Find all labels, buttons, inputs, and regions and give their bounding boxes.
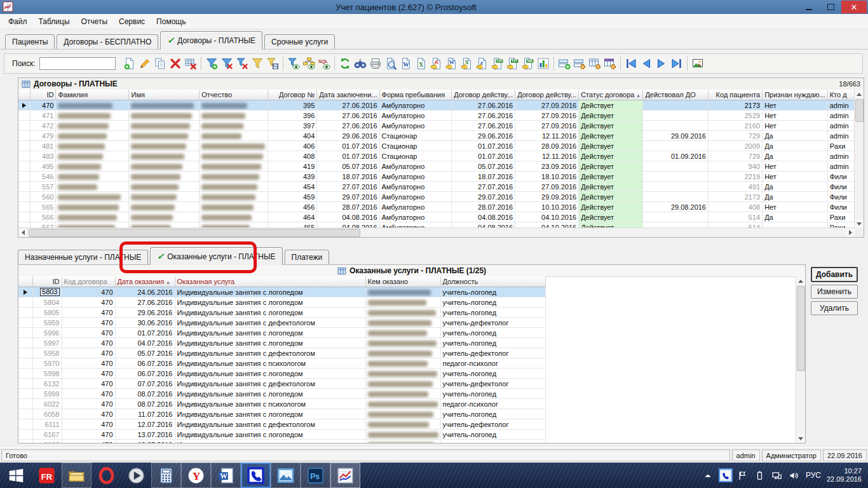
taskbar-app-yandex-browser[interactable]: Y xyxy=(181,463,211,488)
cell-firstname[interactable] xyxy=(129,151,200,161)
cell-contract_no[interactable]: 408 xyxy=(268,151,316,161)
cell-status[interactable]: Действует xyxy=(579,182,643,192)
cell-valid_from[interactable]: 05.07.2016 xyxy=(452,161,515,172)
delete-table-icon[interactable] xyxy=(183,56,198,71)
cell-contract[interactable]: 470 xyxy=(62,369,115,379)
cell-contract_no[interactable]: 454 xyxy=(268,182,316,192)
cell-firstname[interactable] xyxy=(129,172,200,182)
cell-valid_from[interactable]: 01.07.2016 xyxy=(452,151,515,161)
tray-expand-icon[interactable] xyxy=(703,470,714,481)
cell-concluded[interactable]: 27.06.2016 xyxy=(317,100,379,111)
cell-needy[interactable]: Нет xyxy=(763,100,828,111)
cell-form[interactable]: Амбулаторно xyxy=(379,121,452,131)
cell-contract_no[interactable]: 419 xyxy=(268,161,316,172)
cell-who[interactable]: admin xyxy=(827,121,854,131)
table-row[interactable]: 580547029.06.2016Индивидуальные занятия … xyxy=(18,308,545,318)
cell-date[interactable]: 06.07.2016 xyxy=(115,358,175,369)
cell-middlename[interactable] xyxy=(200,141,268,151)
table-row[interactable]: 597047006.07.2016Индивидуальные занятия … xyxy=(18,358,545,369)
cell-form[interactable]: Амбулаторно xyxy=(379,111,452,121)
column-header-form[interactable]: Форма пребывания xyxy=(379,90,452,100)
taskbar-clock[interactable]: 10:27 22.09.2016 xyxy=(827,467,862,484)
tab-договоры-бесплатно[interactable]: Договоры - БЕСПЛАТНО xyxy=(57,34,158,49)
cell-position[interactable]: педагог-психолог xyxy=(440,440,545,444)
cell-id[interactable]: 5970 xyxy=(32,358,62,369)
scroll-down-button[interactable] xyxy=(855,219,864,228)
taskbar-app-explorer[interactable] xyxy=(62,463,92,488)
cell-needy[interactable]: Да xyxy=(763,151,828,161)
cell-performer[interactable] xyxy=(365,328,440,338)
column-header-date[interactable]: Дата оказания▲ xyxy=(115,276,175,287)
cell-date[interactable]: 30.06.2016 xyxy=(115,318,175,328)
table-row[interactable]: 49541905.07.2016Амбулаторно05.07.201623.… xyxy=(18,161,855,172)
cell-id[interactable]: 557 xyxy=(30,182,56,192)
tray-phone-icon[interactable] xyxy=(720,470,731,481)
menu-item-1[interactable]: Файл xyxy=(3,15,33,28)
cell-concluded[interactable]: 01.07.2016 xyxy=(317,141,379,151)
cell-form[interactable]: Амбулаторно xyxy=(379,100,452,111)
grid-settings-icon[interactable] xyxy=(587,56,602,71)
cell-valid_from[interactable]: 27.07.2016 xyxy=(452,182,515,192)
cell-middlename[interactable] xyxy=(200,121,268,131)
cell-position[interactable]: учитель-логопед xyxy=(440,308,545,318)
table-row[interactable]: 599847006.07.2016Индивидуальные занятия … xyxy=(18,369,545,379)
cell-service[interactable]: Индивидуальные занятия с дефектологом xyxy=(175,379,365,389)
cell-status[interactable]: Действует xyxy=(579,131,643,141)
filter-view-icon[interactable] xyxy=(286,56,301,71)
column-header-who[interactable]: Кто д xyxy=(827,90,854,100)
cell-form[interactable]: Стационар xyxy=(379,151,452,161)
tray-battery-icon[interactable] xyxy=(754,470,766,481)
cell-who[interactable]: admin xyxy=(827,151,854,161)
cell-lastname[interactable] xyxy=(56,151,129,161)
table-row[interactable]: 47940429.06.2016Стационар29.06.201612.11… xyxy=(18,131,855,141)
cell-id[interactable]: 5999 xyxy=(32,389,62,399)
cell-concluded[interactable]: 27.06.2016 xyxy=(317,111,379,121)
record-insert-icon[interactable] xyxy=(557,56,572,71)
cell-patient_code[interactable]: 514 xyxy=(709,212,763,222)
table-row[interactable]: 613247007.07.2016Индивидуальные занятия … xyxy=(18,379,545,389)
export-xml-icon[interactable]: XML xyxy=(520,56,536,71)
scroll-right-button[interactable] xyxy=(846,228,855,237)
cell-form[interactable]: Стационар xyxy=(379,131,452,141)
copy-record-icon[interactable] xyxy=(153,56,168,71)
tree-view-icon[interactable] xyxy=(301,56,316,71)
cell-patient_code[interactable]: 2219 xyxy=(709,172,763,182)
cell-needy[interactable]: Нет xyxy=(763,202,828,212)
edit-record-icon[interactable] xyxy=(137,56,153,71)
cell-contract[interactable]: 470 xyxy=(62,409,115,419)
tray-network-icon[interactable] xyxy=(771,470,783,481)
cell-position[interactable]: учитель-логопед xyxy=(440,287,545,297)
cell-date[interactable]: 12.07.2016 xyxy=(115,419,175,430)
table-row[interactable]: 47139627.06.2016Амбулаторно27.06.201627.… xyxy=(18,111,855,121)
cell-firstname[interactable] xyxy=(129,161,200,172)
cell-lastname[interactable] xyxy=(56,111,129,121)
cell-patient_code[interactable]: 491 xyxy=(709,182,763,192)
services-vertical-scrollbar[interactable] xyxy=(796,276,805,443)
cell-contract[interactable]: 470 xyxy=(62,440,115,444)
cell-date[interactable]: 08.07.2016 xyxy=(115,399,175,409)
export-word-icon[interactable]: W xyxy=(444,56,459,71)
cell-acted_until[interactable] xyxy=(643,121,709,131)
cell-contract[interactable]: 470 xyxy=(62,308,115,318)
cell-concluded[interactable]: 29.07.2016 xyxy=(317,192,379,202)
menu-item-3[interactable]: Отчеты xyxy=(76,15,113,28)
tray-flag-icon[interactable] xyxy=(737,470,749,481)
cell-valid_from[interactable]: 27.06.2016 xyxy=(452,100,515,111)
cell-date[interactable]: 08.07.2016 xyxy=(115,389,175,399)
cell-status[interactable]: Действует xyxy=(579,100,643,111)
cell-service[interactable]: Индивидуальные занятия с логопедом xyxy=(175,430,365,440)
cell-acted_until[interactable] xyxy=(643,172,709,182)
cell-valid_to[interactable]: 12.11.2016 xyxy=(515,151,579,161)
table-row[interactable]: 580347024.06.2016Индивидуальные занятия … xyxy=(18,287,545,297)
cell-who[interactable]: Фили xyxy=(827,172,854,182)
refresh-icon[interactable] xyxy=(337,56,353,71)
cell-performer[interactable] xyxy=(365,419,440,430)
cell-service[interactable]: Индивидуальные занятия с дефектологом xyxy=(175,419,365,430)
cell-date[interactable]: 24.06.2016 xyxy=(115,287,175,297)
cell-patient_code[interactable]: 2173 xyxy=(709,192,763,202)
cell-valid_from[interactable]: 29.06.2016 xyxy=(452,131,515,141)
table-row[interactable]: 55745427.07.2016Амбулаторно27.07.201627.… xyxy=(18,182,855,192)
contracts-vertical-scrollbar[interactable] xyxy=(854,90,864,228)
cell-valid_from[interactable]: 28.07.2016 xyxy=(452,202,515,212)
cell-concluded[interactable]: 27.07.2016 xyxy=(317,182,379,192)
